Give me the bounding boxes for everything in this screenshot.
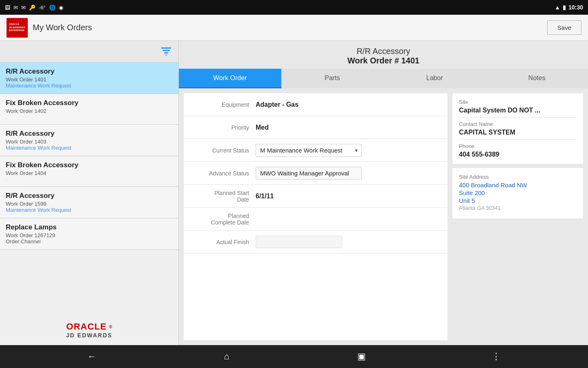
list-item-dot: . [6, 115, 173, 119]
actual-finish-input[interactable] [256, 236, 342, 248]
work-order-area: Equipment Adapter - Gas Priority Med Cur… [179, 88, 588, 345]
time-display: 10:30 [568, 4, 583, 11]
priority-value: Med [256, 124, 269, 131]
address-line3[interactable]: Unit 5 [459, 197, 577, 204]
oracle-logo: ORACLEJD EDWARDSENTERPRISE [7, 18, 28, 38]
list-item-title: Fix Broken Accessory [6, 161, 173, 169]
planned-complete-label: PlannedComplete Date [190, 213, 256, 226]
tabs-bar: Work Order Parts Labor Notes [179, 69, 588, 88]
sidebar: R/R Accessory Work Order 1401 Maintenanc… [0, 41, 179, 345]
list-item-title: R/R Accessory [6, 130, 173, 138]
site-card: Site Capital System DO NOT ... Contact N… [452, 93, 583, 164]
menu-button[interactable]: ⋮ [484, 348, 508, 365]
tab-work-order[interactable]: Work Order [179, 69, 281, 88]
list-item-title: R/R Accessory [6, 192, 173, 200]
status-bar-left: 🖼 ✉ ✉ 🔑 -6° 🌐 ◉ [5, 4, 63, 11]
list-item-title: Replace Lamps [6, 223, 173, 231]
app-icon: ◉ [59, 4, 63, 11]
divider [459, 117, 577, 118]
list-item-sub2: Maintenance Work Request [6, 83, 173, 89]
list-item-title: Fix Broken Accessory [6, 99, 173, 107]
email2-icon: ✉ [21, 4, 26, 11]
form-panel: Equipment Adapter - Gas Priority Med Cur… [184, 93, 448, 340]
app-bar: ORACLEJD EDWARDSENTERPRISE My Work Order… [0, 15, 588, 41]
svg-rect-3 [165, 55, 167, 56]
advance-status-input[interactable] [256, 167, 362, 180]
oracle-logo-area: ORACLE ® JD EDWARDS [0, 315, 178, 345]
list-item-sub2: Maintenance Work Request [6, 145, 173, 151]
side-info-panel: Site Capital System DO NOT ... Contact N… [452, 93, 583, 340]
address-line1[interactable]: 400 Broadland Road NW [459, 182, 577, 188]
list-item-sub: Work Order 1267129 [6, 232, 173, 238]
list-item[interactable]: Fix Broken Accessory Work Order 1402 . [0, 94, 178, 125]
list-item[interactable]: R/R Accessory Work Order 1401 Maintenanc… [0, 63, 178, 94]
content-subtitle: Work Order # 1401 [179, 56, 588, 65]
form-row-equipment: Equipment Adapter - Gas [184, 93, 448, 116]
list-item[interactable]: Replace Lamps Work Order 1267129 Order C… [0, 218, 178, 250]
home-button[interactable]: ⌂ [214, 348, 239, 365]
svg-rect-1 [163, 50, 170, 51]
list-item[interactable]: R/R Accessory Work Order 1599 Maintenanc… [0, 187, 178, 218]
main-layout: R/R Accessory Work Order 1401 Maintenanc… [0, 41, 588, 345]
tab-notes[interactable]: Notes [486, 69, 588, 88]
equipment-value: Adapter - Gas [256, 101, 298, 108]
priority-label: Priority [190, 124, 256, 131]
save-button[interactable]: Save [547, 20, 581, 35]
contact-value: CAPITAL SYSTEM [459, 129, 577, 136]
back-button[interactable]: ← [80, 348, 104, 365]
planned-start-value: 6/1/11 [256, 193, 274, 200]
jd-edwards-text: JD EDWARDS [66, 332, 112, 339]
list-item-sub: Work Order 1599 [6, 201, 173, 207]
current-status-wrapper: M Maintenance Work Request [256, 144, 362, 157]
email-icon: ✉ [13, 4, 18, 11]
form-row-current-status: Current Status M Maintenance Work Reques… [184, 139, 448, 162]
current-status-select[interactable]: M Maintenance Work Request [256, 144, 362, 157]
current-status-label: Current Status [190, 147, 256, 154]
address-card: Site Address 400 Broadland Road NW Suite… [452, 168, 583, 218]
nav-bar: ← ⌂ ▣ ⋮ [0, 345, 588, 368]
status-bar-right: ▲ ▮ 10:30 [555, 4, 583, 11]
temp-label: -6° [39, 4, 46, 11]
address-line4: Atlanta GA 30341 [459, 205, 577, 211]
list-item[interactable]: Fix Broken Accessory Work Order 1404 . [0, 156, 178, 187]
content-header: R/R Accessory Work Order # 1401 [179, 41, 588, 69]
form-row-planned-start: Planned StartDate 6/1/11 [184, 185, 448, 208]
planned-start-label: Planned StartDate [190, 190, 256, 203]
tab-labor[interactable]: Labor [383, 69, 486, 88]
logo-text: ORACLEJD EDWARDSENTERPRISE [9, 23, 25, 32]
key-icon: 🔑 [29, 4, 36, 11]
form-row-priority: Priority Med [184, 116, 448, 139]
list-item-dot: . [6, 177, 173, 182]
app-title: My Work Orders [33, 23, 542, 32]
content-area: R/R Accessory Work Order # 1401 Work Ord… [179, 41, 588, 345]
list-item-sub: Work Order 1402 [6, 108, 173, 114]
address-label: Site Address [459, 174, 577, 180]
address-line2[interactable]: Suite 200 [459, 189, 577, 196]
equipment-label: Equipment [190, 101, 256, 108]
phone-value: 404 555-6389 [459, 151, 577, 158]
actual-finish-label: Actual Finish [190, 239, 256, 245]
form-row-actual-finish: Actual Finish [184, 231, 448, 254]
list-item[interactable]: R/R Accessory Work Order 1403 Maintenanc… [0, 125, 178, 156]
site-label: Site [459, 99, 577, 105]
list-item-title: R/R Accessory [6, 67, 173, 76]
svg-rect-2 [164, 52, 168, 54]
list-item-sub2: Maintenance Work Request [6, 207, 173, 213]
site-value: Capital System DO NOT ... [459, 107, 577, 114]
contact-label: Contact Name [459, 121, 577, 127]
list-item-sub: Work Order 1404 [6, 170, 173, 176]
svg-rect-0 [161, 47, 171, 49]
form-row-planned-complete: PlannedComplete Date [184, 208, 448, 231]
divider [459, 139, 577, 140]
recent-button[interactable]: ▣ [349, 348, 374, 365]
list-item-sub: Work Order 1403 [6, 139, 173, 145]
globe-icon: 🌐 [49, 4, 56, 11]
advance-status-label: Advance Status [190, 170, 256, 177]
sidebar-header [0, 41, 178, 63]
phone-label: Phone [459, 143, 577, 149]
tab-parts[interactable]: Parts [281, 69, 384, 88]
battery-icon: ▮ [563, 4, 566, 11]
list-item-sub: Work Order 1401 [6, 76, 173, 83]
oracle-text: ORACLE [66, 321, 107, 332]
filter-icon[interactable] [159, 44, 174, 59]
